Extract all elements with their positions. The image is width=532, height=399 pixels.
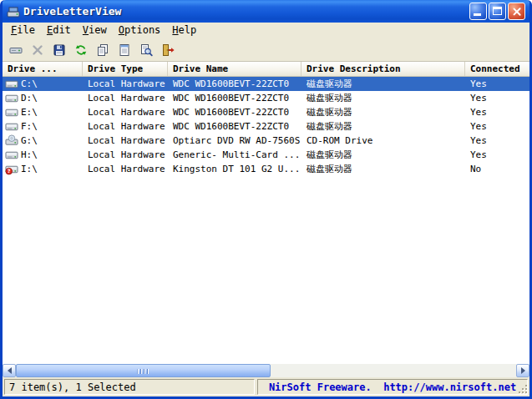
scroll-thumb[interactable] (16, 364, 271, 377)
app-icon (7, 5, 20, 18)
maximize-icon (493, 7, 502, 15)
arrow-right-icon (521, 367, 525, 374)
close-icon (512, 7, 522, 17)
card-reader-icon (5, 149, 18, 161)
find-icon (139, 43, 153, 57)
drive-list: Drive ... Drive Type Drive Name Drive De… (3, 62, 529, 377)
menu-bar: File Edit View Options Help (3, 23, 529, 38)
cdrom-drive-icon (5, 134, 18, 147)
menu-item-options[interactable]: Options (113, 23, 167, 38)
menu-view-rest: iew (89, 24, 107, 36)
disconnected-drive-icon (5, 163, 18, 175)
column-header-drive-type[interactable]: Drive Type (83, 62, 168, 76)
horizontal-scrollbar (3, 364, 529, 377)
table-row[interactable]: D:\ Local Hardware WDC WD1600BEVT-22ZCT0… (3, 91, 529, 105)
drive-type-cell: Local Hardware (83, 164, 168, 174)
column-header-connected[interactable]: Connected (465, 62, 529, 76)
drive-letter: C:\ (21, 78, 38, 89)
column-header-drive[interactable]: Drive ... (3, 62, 83, 76)
connected-cell: Yes (465, 135, 529, 146)
table-row[interactable]: F:\ Local Hardware WDC WD1600BEVT-22ZCT0… (3, 119, 529, 134)
connected-cell: Yes (465, 107, 529, 118)
drive-letter-cell: F:\ (3, 120, 83, 133)
menu-view-accel: V (83, 24, 89, 36)
drive-description-cell: 磁盘驱动器 (301, 120, 465, 133)
drive-type-cell: Local Hardware (83, 149, 168, 160)
drive-letter-cell: E:\ (3, 106, 83, 119)
drive-name-cell: WDC WD1600BEVT-22ZCT0 (168, 93, 301, 104)
find-button[interactable] (135, 40, 156, 59)
hard-drive-icon (5, 78, 18, 90)
connected-cell: Yes (465, 78, 529, 89)
table-row[interactable]: I:\ Local Hardware Kingston DT 101 G2 U.… (3, 162, 529, 176)
exit-button[interactable] (157, 40, 178, 59)
minimize-icon (474, 13, 481, 16)
change-drive-letter-button[interactable] (5, 40, 26, 59)
scroll-right-button[interactable] (516, 364, 529, 377)
table-row[interactable]: G:\ Local Hardware Optiarc DVD RW AD-756… (3, 134, 529, 148)
drive-name-cell: WDC WD1600BEVT-22ZCT0 (168, 78, 301, 89)
table-row[interactable]: C:\ Local Hardware WDC WD1600BEVT-22ZCT0… (3, 77, 529, 91)
scroll-left-button[interactable] (3, 364, 16, 377)
status-bar: 7 item(s), 1 Selected NirSoft Freeware. … (3, 377, 529, 396)
connected-cell: No (465, 164, 529, 174)
drive-type-cell: Local Hardware (83, 121, 168, 132)
column-header-drive-description[interactable]: Drive Description (301, 62, 465, 76)
drive-description-cell: 磁盘驱动器 (301, 149, 465, 161)
menu-file-rest: ile (17, 24, 35, 36)
change-drive-letter-icon (9, 43, 23, 57)
hard-drive-icon (5, 92, 18, 104)
connected-cell: Yes (465, 121, 529, 132)
drive-letter-cell: G:\ (3, 134, 83, 147)
copy-button[interactable] (92, 40, 113, 59)
exit-icon (161, 43, 175, 57)
menu-item-view[interactable]: View (77, 23, 113, 38)
hard-drive-icon (5, 106, 18, 119)
drive-letter: F:\ (21, 121, 38, 132)
copy-icon (96, 43, 109, 57)
save-button[interactable] (48, 40, 69, 59)
menu-item-help[interactable]: Help (166, 23, 202, 38)
table-row[interactable]: E:\ Local Hardware WDC WD1600BEVT-22ZCT0… (3, 105, 529, 119)
arrow-left-icon (8, 367, 12, 374)
minimize-button[interactable] (469, 3, 487, 20)
properties-button[interactable] (114, 40, 134, 59)
drive-letter-cell: C:\ (3, 78, 83, 90)
maximize-button[interactable] (489, 3, 506, 20)
connected-cell: Yes (465, 93, 529, 104)
scroll-track[interactable] (16, 364, 516, 377)
title-bar[interactable]: DriveLetterView (3, 0, 529, 23)
drive-description-cell: 磁盘驱动器 (301, 78, 465, 90)
drive-letter-cell: D:\ (3, 92, 83, 104)
drive-description-cell: 磁盘驱动器 (301, 106, 465, 119)
column-header-drive-name[interactable]: Drive Name (168, 62, 301, 76)
table-body: C:\ Local Hardware WDC WD1600BEVT-22ZCT0… (3, 77, 529, 364)
drive-letter-cell: I:\ (3, 163, 83, 175)
table-row[interactable]: H:\ Local Hardware Generic- Multi-Card .… (3, 148, 529, 162)
menu-help-rest: elp (179, 24, 197, 36)
delete-button[interactable] (27, 40, 48, 59)
menu-item-edit[interactable]: Edit (41, 23, 77, 38)
menu-item-file[interactable]: File (5, 23, 41, 38)
drive-letter: E:\ (21, 107, 38, 118)
drive-letter: H:\ (21, 149, 38, 160)
delete-x-icon (31, 43, 44, 57)
drive-name-cell: Kingston DT 101 G2 U... (168, 164, 301, 174)
status-items-count: 7 item(s), 1 Selected (4, 379, 255, 395)
drive-type-cell: Local Hardware (83, 135, 168, 146)
toolbar (3, 38, 529, 62)
drive-name-cell: WDC WD1600BEVT-22ZCT0 (168, 107, 301, 118)
drive-type-cell: Local Hardware (83, 93, 168, 104)
drive-letter: G:\ (21, 135, 38, 146)
window-controls (469, 3, 525, 20)
menu-options-rest: ptions (124, 24, 160, 36)
resize-grip[interactable] (517, 383, 528, 394)
refresh-button[interactable] (70, 40, 91, 59)
close-button[interactable] (508, 3, 525, 20)
table-header: Drive ... Drive Type Drive Name Drive De… (3, 62, 529, 77)
drive-letter: D:\ (21, 93, 38, 104)
drive-name-cell: Generic- Multi-Card ... (168, 149, 301, 160)
nirsoft-link[interactable]: NirSoft Freeware. http://www.nirsoft.net (257, 379, 528, 395)
drive-description-cell: 磁盘驱动器 (301, 92, 465, 104)
connected-cell: Yes (465, 149, 529, 160)
